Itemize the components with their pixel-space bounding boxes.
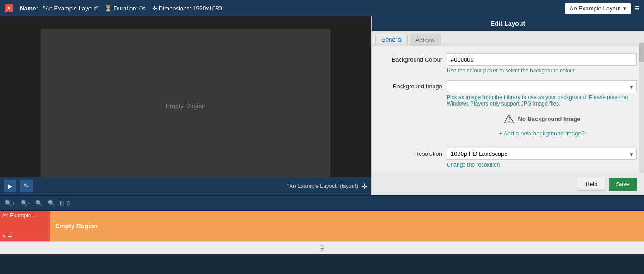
canvas-label: "An Example Layout" (layout) ✛: [287, 182, 367, 191]
canvas-inner: Empty Region: [41, 29, 330, 183]
bg-image-row: Background Image ▾ Pick an image from th…: [379, 80, 637, 141]
counter-icon: ⊞: [60, 200, 65, 207]
resolution-hint: Change the resolution: [447, 162, 637, 168]
zoom-out2-button[interactable]: 🔍: [47, 199, 56, 207]
timeline-list-icon[interactable]: ☰: [8, 234, 12, 240]
timeline-area: 🔍+ 🔍- 🔍 🔍 ⊞ 0 An Example ... ✎ ☰ Empty R…: [0, 195, 644, 254]
resolution-select[interactable]: 1080p HD Landscape 720p HD Landscape 4K …: [447, 148, 637, 160]
edit-panel-tabs: General Actions: [372, 31, 644, 46]
timeline-footer: ⊞: [0, 241, 644, 254]
scrollbar-thumb[interactable]: [639, 43, 644, 62]
timeline-toolbar: 🔍+ 🔍- 🔍 🔍 ⊞ 0: [0, 196, 644, 211]
timeline-layout-name: An Example ...: [2, 212, 48, 219]
timeline-edit-icon[interactable]: ✎: [2, 234, 6, 240]
timeline-body: An Example ... ✎ ☰ Empty Region: [0, 211, 644, 241]
bg-image-content: ▾ Pick an image from the Library to use …: [447, 80, 637, 141]
resolution-label: Resolution: [379, 148, 442, 157]
layout-info: Name: "An Example Layout" ⏳ Duration: 0s…: [20, 5, 222, 12]
zoom-in-button[interactable]: 🔍+: [4, 199, 16, 207]
hamburger-menu-button[interactable]: ≡: [634, 4, 639, 13]
bg-colour-content: Use the colour picker to select the back…: [447, 53, 637, 74]
edit-panel-body: Background Colour Use the colour picker …: [372, 46, 644, 173]
canvas-area: Empty Region ▶ ✎ "An Example Layout" (la…: [0, 16, 371, 195]
resolution-row: Resolution 1080p HD Landscape 720p HD La…: [379, 148, 637, 168]
add-bg-link[interactable]: + Add a new background image?: [499, 130, 585, 137]
bg-image-select[interactable]: [447, 80, 637, 92]
save-button[interactable]: Save: [609, 178, 637, 191]
canvas-toolbar: ▶ ✎ "An Example Layout" (layout) ✛: [0, 177, 371, 195]
bg-colour-label: Background Colour: [379, 53, 442, 63]
bg-image-hint: Pick an image from the Library to use as…: [447, 94, 637, 107]
warning-icon: ⚠: [503, 111, 515, 126]
edit-button[interactable]: ✎: [20, 180, 33, 192]
timeline-layout-icons: ✎ ☰: [2, 234, 48, 240]
no-bg-image-section: ⚠ No Background Image + Add a new backgr…: [447, 107, 637, 141]
scrollbar-track[interactable]: [639, 42, 644, 173]
bg-colour-row: Background Colour Use the colour picker …: [379, 53, 637, 74]
timeline-footer-icon: ⊞: [319, 244, 325, 252]
zoom-in2-button[interactable]: 🔍: [34, 199, 43, 207]
close-button[interactable]: ✕: [5, 4, 13, 12]
top-bar-right: An Example Layout ▾ ≡: [565, 3, 639, 14]
timeline-region[interactable]: Empty Region: [50, 211, 644, 241]
play-button[interactable]: ▶: [4, 180, 16, 192]
help-button[interactable]: Help: [578, 178, 606, 191]
tab-actions[interactable]: Actions: [410, 34, 441, 46]
move-icon[interactable]: ✛: [362, 182, 367, 191]
counter-value: 0: [67, 200, 70, 207]
resolution-select-wrapper: 1080p HD Landscape 720p HD Landscape 4K …: [447, 148, 637, 160]
empty-region-label: Empty Region: [166, 102, 205, 110]
bg-colour-hint: Use the colour picker to select the back…: [447, 67, 637, 74]
edit-panel-header: Edit Layout: [372, 16, 644, 31]
resolution-content: 1080p HD Landscape 720p HD Landscape 4K …: [447, 148, 637, 168]
no-bg-text: No Background Image: [518, 115, 581, 122]
name-info: Name: "An Example Layout": [20, 5, 98, 12]
zoom-out-button[interactable]: 🔍-: [20, 199, 31, 207]
tab-general[interactable]: General: [375, 34, 408, 46]
main-area: Empty Region ▶ ✎ "An Example Layout" (la…: [0, 16, 644, 195]
layout-dropdown-button[interactable]: An Example Layout ▾: [565, 3, 631, 14]
bg-colour-input[interactable]: [447, 53, 637, 66]
timeline-layout-col: An Example ... ✎ ☰: [0, 211, 50, 241]
bg-image-select-wrapper: ▾: [447, 80, 637, 92]
bg-image-label: Background Image: [379, 80, 442, 90]
duration-info: ⏳ Duration: 0s: [105, 5, 145, 12]
edit-panel-footer: Help Save: [372, 173, 644, 195]
timeline-counter: ⊞ 0: [60, 200, 70, 207]
edit-panel: Edit Layout General Actions Background C…: [371, 16, 644, 195]
top-bar: ✕ Name: "An Example Layout" ⏳ Duration: …: [0, 0, 644, 16]
dimensions-info: ✛ Dimensions: 1920x1080: [152, 5, 222, 12]
